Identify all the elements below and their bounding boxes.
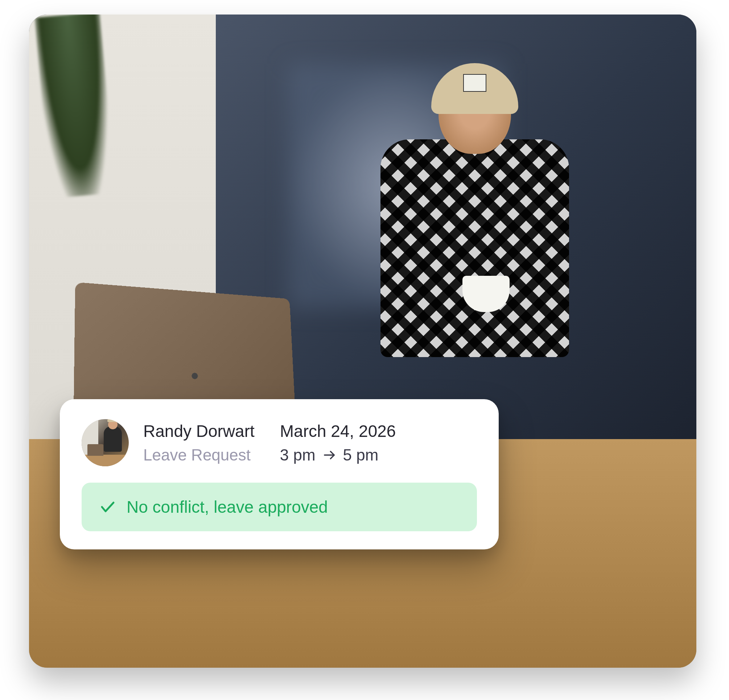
hero-container: Randy Dorwart March 24, 2026 Leave Reque… (15, 15, 696, 668)
request-type: Leave Request (143, 446, 255, 464)
leave-request-card: Randy Dorwart March 24, 2026 Leave Reque… (60, 399, 499, 549)
status-banner: No conflict, leave approved (81, 483, 477, 531)
time-end: 5 pm (343, 446, 379, 464)
arrow-right-icon (322, 448, 337, 462)
check-icon (99, 498, 116, 516)
hero-photo (29, 15, 696, 668)
time-start: 3 pm (280, 446, 315, 464)
status-text: No conflict, leave approved (126, 497, 328, 517)
card-header: Randy Dorwart March 24, 2026 Leave Reque… (81, 419, 477, 466)
employee-name: Randy Dorwart (143, 421, 255, 441)
card-info: Randy Dorwart March 24, 2026 Leave Reque… (143, 421, 396, 464)
request-date: March 24, 2026 (280, 421, 396, 441)
avatar (81, 419, 129, 466)
time-range: 3 pm 5 pm (280, 446, 396, 464)
